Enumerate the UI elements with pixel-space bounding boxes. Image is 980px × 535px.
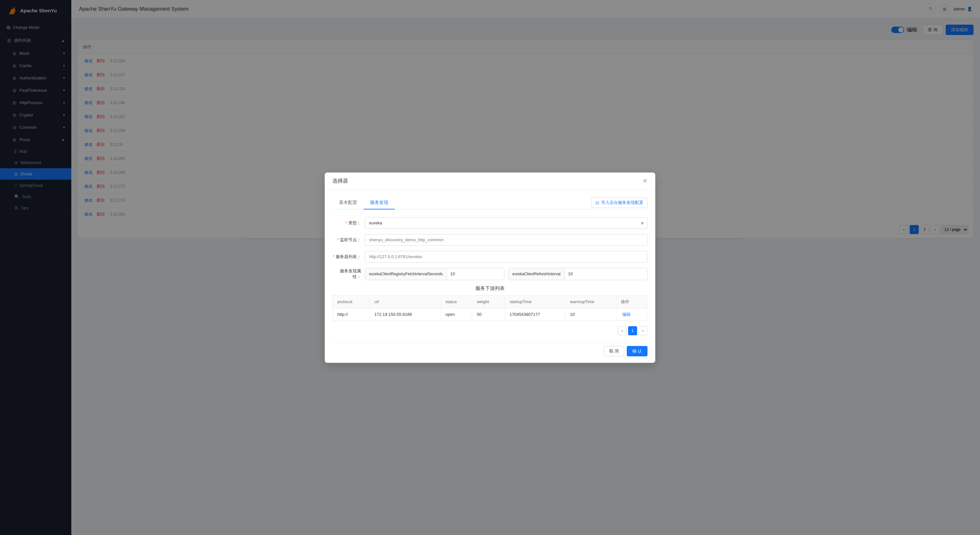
modal-tabs: 基本配置 服务发现 ⊡ 导入后台服务发现配置 <box>332 196 648 209</box>
col-url: url <box>370 295 441 308</box>
cell-status: open <box>441 308 472 321</box>
sub-edit-btn[interactable]: 编辑 <box>621 312 632 317</box>
type-label: 类型： <box>332 220 365 226</box>
prop-val-2[interactable] <box>565 268 647 280</box>
form-row-props-label: 服务发现属性： eurekaClientRegistryFetchInterva… <box>332 268 648 280</box>
col-weight: weight <box>472 295 505 308</box>
props-label: 服务发现属性： <box>332 268 365 280</box>
modal-body: 基本配置 服务发现 ⊡ 导入后台服务发现配置 类型： eureka 监听节点： <box>325 190 655 363</box>
tab-service-discovery[interactable]: 服务发现 <box>364 196 395 209</box>
modal-cancel-btn[interactable]: 取 消 <box>604 346 625 356</box>
prop-key-1: eurekaClientRegistryFetchIntervalSeconds <box>365 268 447 280</box>
cell-protocol: http:// <box>333 308 370 321</box>
prop-val-1[interactable] <box>447 268 504 280</box>
form-row-listen: 监听节点： <box>332 234 648 246</box>
form-row-server: 服务器列表： <box>332 251 648 263</box>
cell-warmuptime: 10 <box>565 308 616 321</box>
modal-title: 选择器 <box>332 178 348 185</box>
import-label: 导入后台服务发现配置 <box>601 200 643 205</box>
col-startuptime: startupTime <box>505 295 565 308</box>
import-config-btn[interactable]: ⊡ 导入后台服务发现配置 <box>592 197 648 208</box>
modal-header: 选择器 ✕ <box>325 172 655 190</box>
server-label: 服务器列表： <box>332 254 365 260</box>
modal-overlay: 选择器 ✕ 基本配置 服务发现 ⊡ 导入后台服务发现配置 类型： eureka <box>0 0 980 535</box>
sub-table-wrap: 服务下游列表 protocol url status weight startu… <box>332 285 648 321</box>
modal-footer: 取 消 确 认 <box>332 342 648 356</box>
import-icon: ⊡ <box>596 201 599 205</box>
prop-item-2: eurekaClientRefreshInterval <box>508 268 648 280</box>
type-select[interactable]: eureka <box>365 217 648 229</box>
col-warmuptime: warmupTime <box>565 295 616 308</box>
prop-item-1: eurekaClientRegistryFetchIntervalSeconds <box>365 268 504 280</box>
sub-table-row: http:// 172.19.150.55:8189 open 50 17045… <box>333 308 648 321</box>
cell-startuptime: 1704543807177 <box>505 308 565 321</box>
sub-table: protocol url status weight startupTime w… <box>332 295 648 321</box>
props-group: eurekaClientRegistryFetchIntervalSeconds… <box>365 268 648 280</box>
cell-weight: 50 <box>472 308 505 321</box>
modal-sub-pagination: ‹ 1 › <box>332 326 648 335</box>
form-row-type: 类型： eureka <box>332 217 648 229</box>
prop-key-2: eurekaClientRefreshInterval <box>509 268 565 280</box>
sub-table-title: 服务下游列表 <box>332 285 648 291</box>
type-select-wrap: eureka <box>365 217 648 229</box>
sub-page-1-btn[interactable]: 1 <box>628 326 637 335</box>
col-protocol: protocol <box>333 295 370 308</box>
modal-confirm-btn[interactable]: 确 认 <box>627 346 648 356</box>
sub-next-btn[interactable]: › <box>638 326 648 335</box>
modal-close-btn[interactable]: ✕ <box>643 178 648 184</box>
cell-op: 编辑 <box>616 308 648 321</box>
modal-selector: 选择器 ✕ 基本配置 服务发现 ⊡ 导入后台服务发现配置 类型： eureka <box>325 172 655 363</box>
tab-basic-config[interactable]: 基本配置 <box>332 196 364 209</box>
listen-input[interactable] <box>365 234 648 246</box>
cell-url: 172.19.150.55:8189 <box>370 308 441 321</box>
sub-prev-btn[interactable]: ‹ <box>618 326 627 335</box>
col-status: status <box>441 295 472 308</box>
col-op: 操作 <box>616 295 648 308</box>
server-input[interactable] <box>365 251 648 263</box>
listen-label: 监听节点： <box>332 237 365 243</box>
